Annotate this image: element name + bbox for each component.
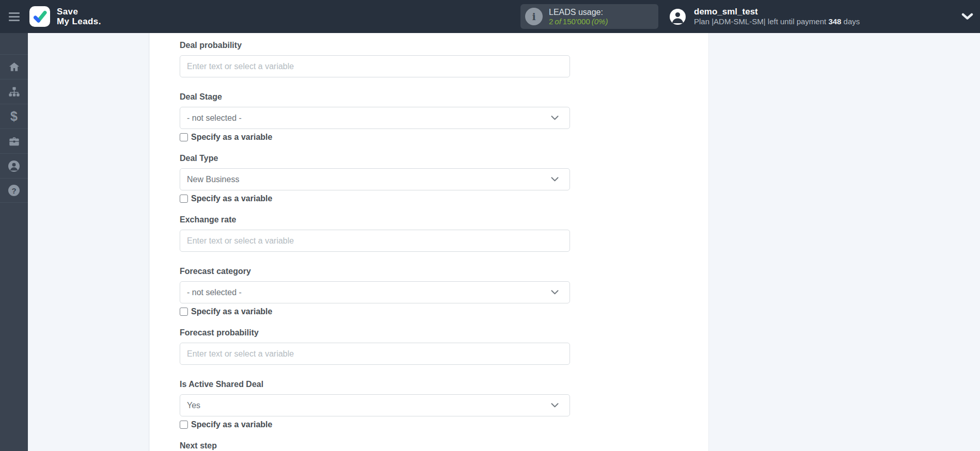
field-label: Deal probability [180, 40, 570, 50]
hamburger-menu-icon[interactable] [0, 12, 28, 21]
logo-checkmark-icon [29, 6, 50, 27]
info-icon: i [525, 8, 543, 25]
sidebar-item-home[interactable] [0, 54, 28, 79]
deal-type-specify-variable-checkbox[interactable] [180, 195, 188, 203]
field-label: Next step [180, 441, 570, 450]
account-icon [8, 160, 20, 172]
form-field-next-step: Next step [180, 441, 570, 450]
usage-title: LEADS usage: [549, 7, 609, 17]
specify-as-variable-row: Specify as a variable [180, 420, 570, 429]
leads-usage-badge: i LEADS usage: 2of150'000(0%) [520, 4, 658, 29]
sidebar-item-dollar[interactable]: $ [0, 104, 28, 128]
select-value: Yes [187, 401, 200, 410]
checkbox-label: Specify as a variable [191, 307, 272, 316]
form-field-is-active-shared-deal: Is Active Shared Deal YesSpecify as a va… [180, 379, 570, 429]
specify-as-variable-row: Specify as a variable [180, 307, 570, 316]
field-label: Forecast category [180, 266, 570, 276]
sidebar-item-briefcase[interactable] [0, 128, 28, 153]
field-label: Deal Stage [180, 92, 570, 102]
deal-stage-specify-variable-checkbox[interactable] [180, 133, 188, 141]
forecast-probability-input[interactable] [180, 343, 570, 365]
form-field-deal-probability: Deal probability [180, 40, 570, 77]
left-sidebar: $? [0, 33, 28, 451]
deal-type-select[interactable]: New Business [180, 168, 570, 190]
home-icon [8, 61, 20, 73]
sidebar-item-account[interactable] [0, 153, 28, 178]
form-field-deal-type: Deal Type New BusinessSpecify as a varia… [180, 153, 570, 203]
checkbox-label: Specify as a variable [191, 194, 272, 203]
form-field-exchange-rate: Exchange rate [180, 215, 570, 252]
specify-as-variable-row: Specify as a variable [180, 194, 570, 203]
is-active-shared-deal-specify-variable-checkbox[interactable] [180, 421, 188, 429]
deal-stage-select[interactable]: - not selected - [180, 107, 570, 129]
checkbox-label: Specify as a variable [191, 133, 272, 141]
select-value: New Business [187, 175, 239, 184]
avatar [670, 9, 686, 25]
help-icon: ? [8, 185, 20, 196]
chevron-down-icon [551, 116, 559, 120]
briefcase-icon [8, 136, 20, 147]
user-plan: Plan |ADM-SML-SM| left until payment 348… [694, 17, 860, 26]
form-field-deal-stage: Deal Stage - not selected -Specify as a … [180, 92, 570, 141]
form-field-forecast-probability: Forecast probability [180, 328, 570, 365]
specify-as-variable-row: Specify as a variable [180, 133, 570, 141]
field-label: Deal Type [180, 153, 570, 163]
is-active-shared-deal-select[interactable]: Yes [180, 394, 570, 416]
form-field-forecast-category: Forecast category - not selected -Specif… [180, 266, 570, 316]
dollar-icon: $ [10, 110, 18, 123]
select-value: - not selected - [187, 114, 242, 123]
exchange-rate-input[interactable] [180, 230, 570, 252]
deal-probability-input[interactable] [180, 55, 570, 77]
app-logo[interactable]: Save My Leads. [29, 6, 101, 27]
field-mapping-form: Deal probability Deal Stage - not select… [180, 40, 570, 451]
sidebar-item-help[interactable]: ? [0, 178, 28, 203]
sitemap-icon [8, 86, 20, 98]
usage-value: 2of150'000(0%) [549, 17, 609, 26]
logo-text: Save My Leads. [57, 7, 101, 26]
forecast-category-specify-variable-checkbox[interactable] [180, 308, 188, 316]
chevron-down-icon [551, 290, 559, 295]
main-content-card: Deal probability Deal Stage - not select… [150, 33, 709, 451]
secondary-panel [28, 33, 149, 451]
user-name: demo_sml_test [694, 7, 860, 17]
forecast-category-select[interactable]: - not selected - [180, 281, 570, 303]
select-value: - not selected - [187, 288, 242, 297]
sidebar-item-sitemap[interactable] [0, 79, 28, 104]
user-account-menu[interactable]: demo_sml_test Plan |ADM-SML-SM| left unt… [670, 0, 860, 33]
header-chevron-down-icon[interactable] [961, 13, 973, 20]
checkbox-label: Specify as a variable [191, 420, 272, 429]
field-label: Is Active Shared Deal [180, 379, 570, 389]
top-header: Save My Leads. i LEADS usage: 2of150'000… [0, 0, 980, 33]
field-label: Exchange rate [180, 215, 570, 224]
field-label: Forecast probability [180, 328, 570, 337]
chevron-down-icon [551, 177, 559, 182]
chevron-down-icon [551, 403, 559, 408]
